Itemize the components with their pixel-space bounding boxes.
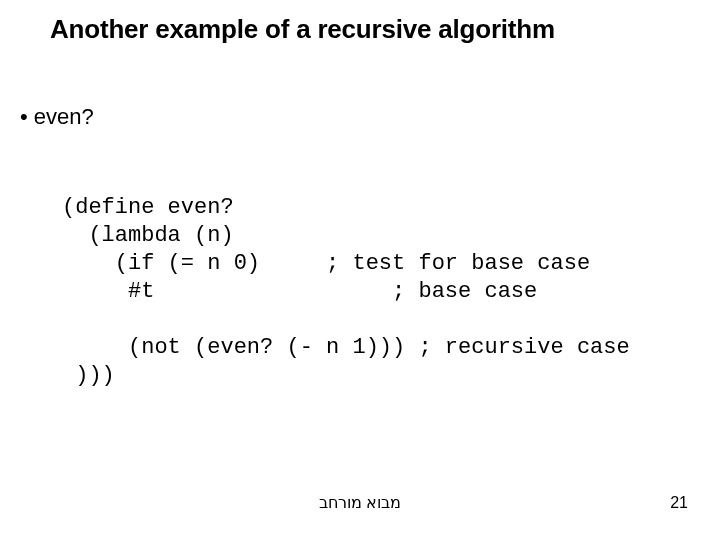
bullet-label: even? [34,104,94,129]
code-line: (not (even? (- n 1))) ; recursive case [62,335,630,360]
slide: Another example of a recursive algorithm… [0,0,720,540]
bullet-dot-icon: • [20,104,28,130]
code-line: ))) [62,363,115,388]
code-line: (if (= n 0) ; test for base case [62,251,590,276]
code-line: #t ; base case [62,279,537,304]
bullet-item: •even? [20,104,94,130]
code-line: (define even? [62,195,234,220]
slide-title: Another example of a recursive algorithm [50,14,555,45]
code-block: (define even? (lambda (n) (if (= n 0) ; … [62,166,630,390]
page-number: 21 [670,494,688,512]
footer-text: מבוא מורחב [0,493,720,512]
code-line: (lambda (n) [62,223,234,248]
